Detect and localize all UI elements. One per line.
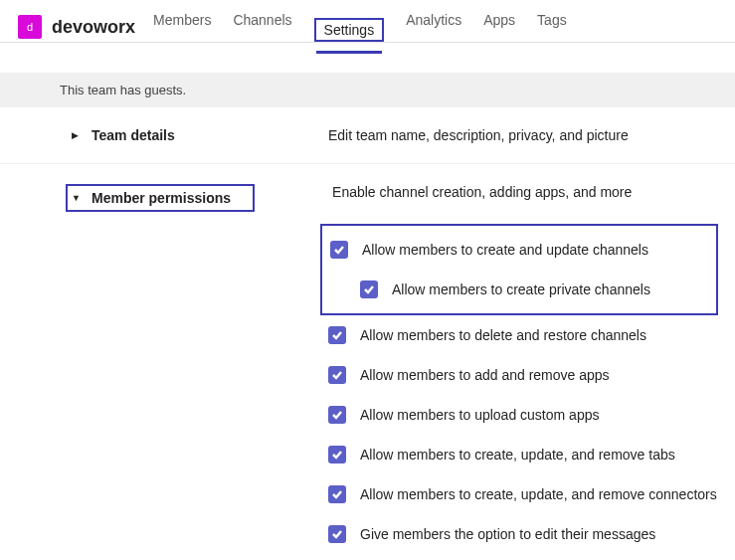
- permission-item: Allow members to delete and restore chan…: [328, 315, 735, 355]
- checkbox-connectors[interactable]: [328, 485, 346, 503]
- tab-tags[interactable]: Tags: [537, 12, 567, 42]
- section-desc-member-permissions: Enable channel creation, adding apps, an…: [332, 184, 632, 200]
- checkbox-edit-messages[interactable]: [328, 525, 346, 543]
- permission-label: Allow members to delete and restore chan…: [360, 327, 646, 343]
- highlight-box: Allow members to create and update chann…: [320, 224, 718, 315]
- checkbox-upload-custom-apps[interactable]: [328, 406, 346, 424]
- check-icon: [331, 329, 343, 341]
- tab-apps[interactable]: Apps: [483, 12, 515, 42]
- checkbox-tabs[interactable]: [328, 446, 346, 464]
- permission-label: Allow members to add and remove apps: [360, 367, 610, 383]
- checkbox-create-update-channels[interactable]: [330, 241, 348, 259]
- permission-item: Give members the option to edit their me…: [328, 514, 735, 554]
- permission-label: Allow members to create and update chann…: [362, 242, 648, 258]
- permission-item: Allow members to create and update chann…: [330, 230, 708, 270]
- section-team-details[interactable]: ▶ Team details Edit team name, descripti…: [0, 107, 735, 164]
- tab-settings[interactable]: Settings: [314, 18, 385, 42]
- chevron-right-icon: ▶: [72, 130, 80, 140]
- tab-channels[interactable]: Channels: [233, 12, 291, 42]
- permission-item: Allow members to add and remove apps: [328, 355, 735, 395]
- checkbox-delete-restore-channels[interactable]: [328, 326, 346, 344]
- check-icon: [333, 244, 345, 256]
- permission-label: Allow members to create private channels: [392, 281, 650, 297]
- tab-analytics[interactable]: Analytics: [406, 12, 461, 42]
- chevron-down-icon: ▼: [72, 193, 80, 203]
- team-icon: d: [18, 15, 42, 39]
- tabs: Members Channels Settings Analytics Apps…: [153, 12, 567, 42]
- tab-members[interactable]: Members: [153, 12, 211, 42]
- check-icon: [363, 283, 375, 295]
- content: This team has guests. ▶ Team details Edi…: [0, 73, 735, 554]
- team-name: devoworx: [52, 17, 135, 38]
- permission-item: Allow members to upload custom apps: [328, 395, 735, 435]
- check-icon: [331, 449, 343, 461]
- guests-banner: This team has guests.: [0, 73, 735, 107]
- permission-label: Allow members to upload custom apps: [360, 407, 599, 423]
- permission-item: Allow members to create private channels: [330, 270, 708, 309]
- check-icon: [331, 488, 343, 500]
- checkbox-create-private-channels[interactable]: [360, 280, 378, 298]
- section-desc-team-details: Edit team name, description, privacy, an…: [328, 127, 629, 143]
- check-icon: [331, 409, 343, 421]
- permission-label: Allow members to create, update, and rem…: [360, 447, 675, 463]
- section-member-permissions[interactable]: ▼ Member permissions Enable channel crea…: [0, 164, 735, 220]
- check-icon: [331, 369, 343, 381]
- section-title-member-permissions: Member permissions: [92, 190, 231, 206]
- checkbox-add-remove-apps[interactable]: [328, 366, 346, 384]
- permission-item: Allow members to create, update, and rem…: [328, 435, 735, 474]
- permissions-list: Allow members to create and update chann…: [0, 220, 735, 554]
- check-icon: [331, 528, 343, 540]
- permission-label: Give members the option to edit their me…: [360, 526, 655, 542]
- permission-item: Allow members to create, update, and rem…: [328, 474, 735, 514]
- section-title-team-details: Team details: [92, 127, 175, 143]
- header: d devoworx Members Channels Settings Ana…: [0, 0, 735, 43]
- permission-label: Allow members to create, update, and rem…: [360, 486, 717, 502]
